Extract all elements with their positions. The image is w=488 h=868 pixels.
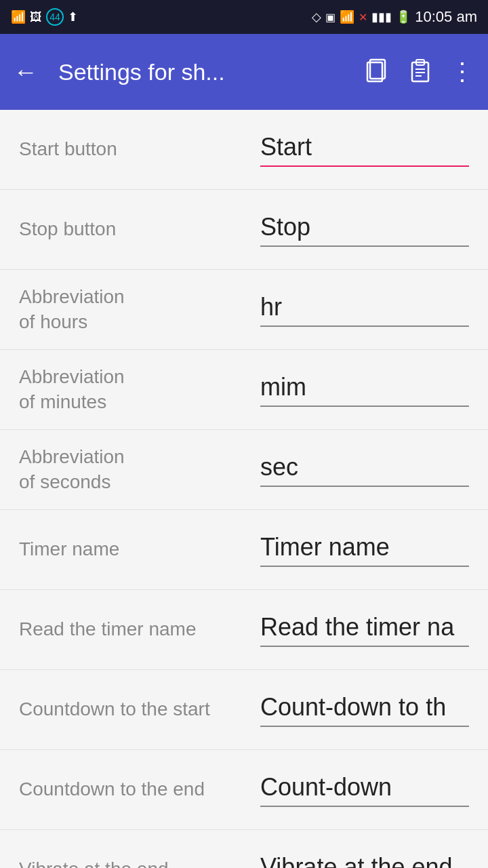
setting-value-container-read-timer-name[interactable]: Read the timer na <box>249 613 469 647</box>
back-button[interactable]: ← <box>14 58 47 86</box>
setting-value-container-stop-button[interactable]: Stop <box>249 213 469 247</box>
setting-underline-countdown-end <box>260 806 469 807</box>
setting-value-countdown-end[interactable]: Count-down <box>260 773 469 806</box>
setting-label-read-timer-name: Read the timer name <box>19 617 249 642</box>
setting-underline-start-button <box>260 165 469 167</box>
setting-value-container-countdown-end[interactable]: Count-down <box>249 773 469 807</box>
settings-content: Start button Start Stop button Stop Abbr… <box>0 110 488 868</box>
copy-icon[interactable] <box>363 57 390 87</box>
wifi-icon: 📶 <box>340 9 354 24</box>
setting-value-abbr-minutes[interactable]: mim <box>260 373 469 406</box>
image-icon: 🖼 <box>30 10 42 24</box>
setting-value-start-button[interactable]: Start <box>260 133 469 165</box>
setting-label-timer-name: Timer name <box>19 537 249 561</box>
sim-icon: ▣ <box>325 11 336 24</box>
setting-value-container-abbr-hours[interactable]: hr <box>249 293 469 327</box>
setting-underline-abbr-minutes <box>260 406 469 407</box>
setting-row-stop-button[interactable]: Stop button Stop <box>0 190 488 270</box>
clipboard-icon[interactable] <box>407 57 434 87</box>
setting-underline-timer-name <box>260 566 469 567</box>
setting-value-container-timer-name[interactable]: Timer name <box>249 533 469 567</box>
setting-underline-abbr-seconds <box>260 486 469 487</box>
setting-underline-read-timer-name <box>260 646 469 647</box>
setting-label-abbr-hours: Abbreviation of hours <box>19 285 249 334</box>
battery-icon: 🔋 <box>396 9 411 24</box>
setting-value-vibrate-end[interactable]: Vibrate at the end <box>260 853 469 869</box>
signal-icon: ▮▮▮ <box>371 9 392 24</box>
setting-label-stop-button: Stop button <box>19 217 249 241</box>
setting-value-stop-button[interactable]: Stop <box>260 213 469 245</box>
setting-value-countdown-start[interactable]: Count-down to th <box>260 693 469 726</box>
setting-row-vibrate-end[interactable]: Vibrate at the end Vibrate at the end <box>0 830 488 868</box>
setting-underline-stop-button <box>260 245 469 247</box>
status-bar: 📶 🖼 44 ⬆ ◇ ▣ 📶 ✕ ▮▮▮ 🔋 10:05 am <box>0 0 488 34</box>
setting-value-read-timer-name[interactable]: Read the timer na <box>260 613 469 646</box>
status-bar-right: ◇ ▣ 📶 ✕ ▮▮▮ 🔋 10:05 am <box>312 8 477 26</box>
setting-label-vibrate-end: Vibrate at the end <box>19 857 249 868</box>
setting-value-container-abbr-minutes[interactable]: mim <box>249 373 469 407</box>
more-icon[interactable]: ⋮ <box>450 58 474 86</box>
setting-value-abbr-hours[interactable]: hr <box>260 293 469 326</box>
setting-row-countdown-end[interactable]: Countdown to the end Count-down <box>0 750 488 830</box>
setting-row-countdown-start[interactable]: Countdown to the start Count-down to th <box>0 670 488 750</box>
app-bar: ← Settings for sh... ⋮ <box>0 34 488 110</box>
setting-row-abbr-minutes[interactable]: Abbreviation of minutes mim <box>0 350 488 430</box>
signal-bars-icon: 📶 <box>11 9 26 24</box>
setting-row-abbr-seconds[interactable]: Abbreviation of seconds sec <box>0 430 488 510</box>
setting-label-abbr-seconds: Abbreviation of seconds <box>19 445 249 494</box>
status-bar-left: 📶 🖼 44 ⬆ <box>11 8 78 26</box>
setting-value-abbr-seconds[interactable]: sec <box>260 453 469 486</box>
time-display: 10:05 am <box>415 8 477 26</box>
app-bar-title: Settings for sh... <box>58 59 352 85</box>
setting-value-timer-name[interactable]: Timer name <box>260 533 469 566</box>
circle-44-icon: 44 <box>46 8 64 26</box>
setting-label-countdown-end: Countdown to the end <box>19 777 249 802</box>
setting-row-read-timer-name[interactable]: Read the timer name Read the timer na <box>0 590 488 670</box>
setting-row-start-button[interactable]: Start button Start <box>0 110 488 190</box>
setting-label-start-button: Start button <box>19 137 249 161</box>
signal-x-icon: ✕ <box>359 11 367 24</box>
setting-underline-abbr-hours <box>260 326 469 327</box>
setting-value-container-countdown-start[interactable]: Count-down to th <box>249 693 469 727</box>
setting-label-abbr-minutes: Abbreviation of minutes <box>19 365 249 414</box>
setting-value-container-vibrate-end[interactable]: Vibrate at the end <box>249 853 469 869</box>
app-bar-actions: ⋮ <box>363 57 474 87</box>
diamond-icon: ◇ <box>312 9 321 24</box>
setting-label-countdown-start: Countdown to the start <box>19 697 249 722</box>
setting-row-abbr-hours[interactable]: Abbreviation of hours hr <box>0 270 488 350</box>
setting-underline-countdown-start <box>260 726 469 727</box>
setting-row-timer-name[interactable]: Timer name Timer name <box>0 510 488 590</box>
setting-value-container-start-button[interactable]: Start <box>249 133 469 167</box>
setting-value-container-abbr-seconds[interactable]: sec <box>249 453 469 487</box>
upload-icon: ⬆ <box>68 9 78 24</box>
